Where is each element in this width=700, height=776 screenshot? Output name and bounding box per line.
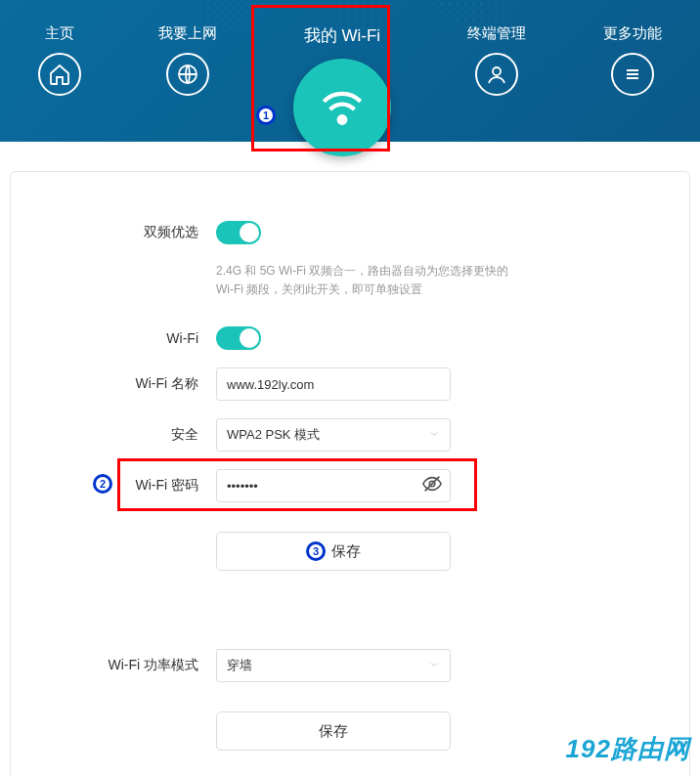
nav-wifi-label: 我的 Wi-Fi [304,24,380,47]
settings-panel: 双频优选 2.4G 和 5G Wi-Fi 双频合一，路由器自动为您选择更快的 W… [10,171,690,776]
security-value: WPA2 PSK 模式 [227,426,320,444]
top-nav: 主页 我要上网 我的 Wi-Fi 终端管理 更多功能 [0,0,700,142]
save-button-2[interactable]: 保存 [216,711,451,751]
nav-devices-label: 终端管理 [467,24,526,43]
wifi-toggle-label: Wi-Fi [69,330,216,346]
nav-internet[interactable]: 我要上网 [158,24,217,96]
user-icon [475,53,518,96]
nav-home-label: 主页 [45,24,74,43]
security-label: 安全 [69,426,216,444]
nav-more[interactable]: 更多功能 [603,24,662,96]
wifi-password-input[interactable] [216,469,451,502]
power-mode-value: 穿墙 [227,657,252,674]
wifi-toggle[interactable] [216,326,261,350]
annotation-badge-2: 2 [93,474,112,494]
chevron-down-icon [428,659,440,673]
save-label-2: 保存 [319,722,348,741]
power-mode-select[interactable]: 穿墙 [216,649,451,682]
nav-wifi[interactable]: 我的 Wi-Fi [293,24,391,156]
nav-home[interactable]: 主页 [38,24,81,96]
nav-devices[interactable]: 终端管理 [467,24,526,96]
menu-icon [611,53,654,96]
security-select[interactable]: WPA2 PSK 模式 [216,418,451,452]
annotation-badge-3: 3 [306,541,326,561]
save-button-1[interactable]: 3 保存 [216,532,451,571]
power-mode-label: Wi-Fi 功率模式 [69,657,216,674]
svg-point-1 [339,116,346,123]
annotation-badge-1: 1 [256,106,276,125]
dual-band-toggle[interactable] [216,221,261,244]
svg-point-2 [493,67,501,75]
home-icon [38,53,81,96]
watermark: 192路由网 [566,732,690,766]
dual-band-hint: 2.4G 和 5G Wi-Fi 双频合一，路由器自动为您选择更快的 Wi-Fi … [216,262,519,299]
chevron-down-icon [428,428,440,443]
save-label-1: 保存 [331,542,361,561]
wifi-password-label: Wi-Fi 密码 [69,477,216,495]
nav-internet-label: 我要上网 [158,24,217,43]
eye-toggle-icon[interactable] [421,473,443,498]
wifi-name-label: Wi-Fi 名称 [69,375,216,393]
globe-icon [166,53,209,96]
wifi-name-input[interactable] [216,367,451,401]
dual-band-label: 双频优选 [69,224,216,241]
nav-more-label: 更多功能 [603,24,662,43]
wifi-icon [293,59,391,156]
